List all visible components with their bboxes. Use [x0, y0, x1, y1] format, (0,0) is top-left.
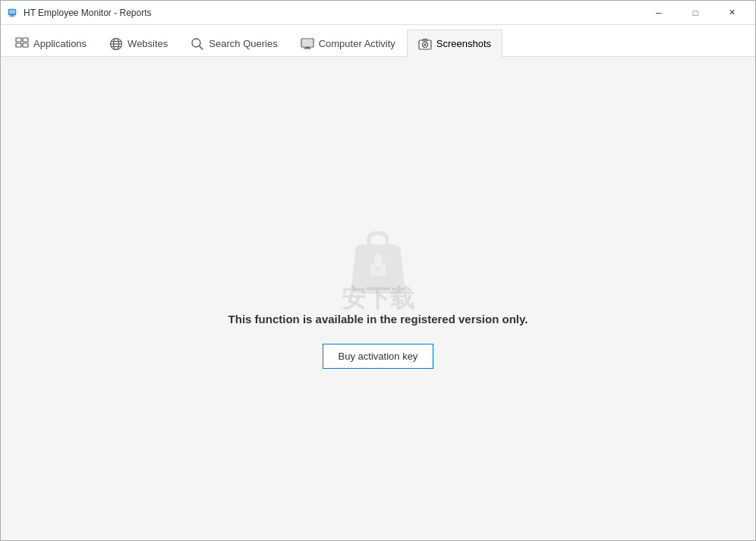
app-icon: [7, 7, 19, 19]
tab-websites[interactable]: Websites: [98, 30, 179, 57]
tab-websites-label: Websites: [128, 38, 168, 49]
tab-applications-label: Applications: [33, 38, 87, 49]
screenshots-icon: [418, 37, 432, 51]
applications-icon: [15, 37, 29, 51]
svg-rect-17: [305, 47, 310, 49]
window-controls: ─ □ ✕: [641, 1, 749, 25]
svg-point-22: [424, 43, 426, 46]
svg-rect-18: [304, 48, 311, 49]
svg-rect-4: [16, 38, 21, 42]
computer-activity-icon: [301, 37, 314, 51]
tab-search-queries[interactable]: Search Queries: [179, 30, 288, 57]
svg-line-14: [200, 46, 203, 49]
content-area: 安下载 This function is available in the re…: [1, 57, 755, 540]
tab-search-queries-label: Search Queries: [209, 38, 277, 49]
search-queries-icon: [191, 37, 204, 51]
titlebar: HT Employee Monitor - Reports ─ □ ✕: [1, 1, 755, 25]
upgrade-prompt: This function is available in the regist…: [228, 229, 528, 369]
svg-rect-16: [302, 39, 313, 46]
svg-rect-2: [11, 15, 14, 17]
tab-screenshots-label: Screenshots: [436, 38, 491, 49]
close-button[interactable]: ✕: [714, 1, 749, 25]
main-window: HT Employee Monitor - Reports ─ □ ✕ Appl…: [0, 0, 756, 541]
minimize-button[interactable]: ─: [641, 1, 676, 25]
svg-rect-7: [23, 43, 28, 47]
lock-icon: [348, 229, 408, 297]
websites-icon: [109, 37, 123, 51]
svg-rect-5: [23, 38, 28, 42]
tab-screenshots[interactable]: Screenshots: [407, 30, 502, 57]
buy-activation-key-button[interactable]: Buy activation key: [323, 344, 434, 369]
svg-rect-6: [16, 43, 21, 47]
tab-computer-activity-label: Computer Activity: [319, 38, 395, 49]
window-title: HT Employee Monitor - Reports: [24, 8, 641, 18]
tab-computer-activity[interactable]: Computer Activity: [289, 30, 407, 57]
restriction-message: This function is available in the regist…: [228, 313, 528, 326]
svg-rect-3: [9, 16, 15, 17]
tab-applications[interactable]: Applications: [4, 30, 98, 57]
svg-point-24: [376, 266, 380, 270]
maximize-button[interactable]: □: [678, 1, 713, 25]
tab-bar: Applications Websites: [1, 25, 755, 57]
svg-rect-1: [9, 10, 15, 14]
